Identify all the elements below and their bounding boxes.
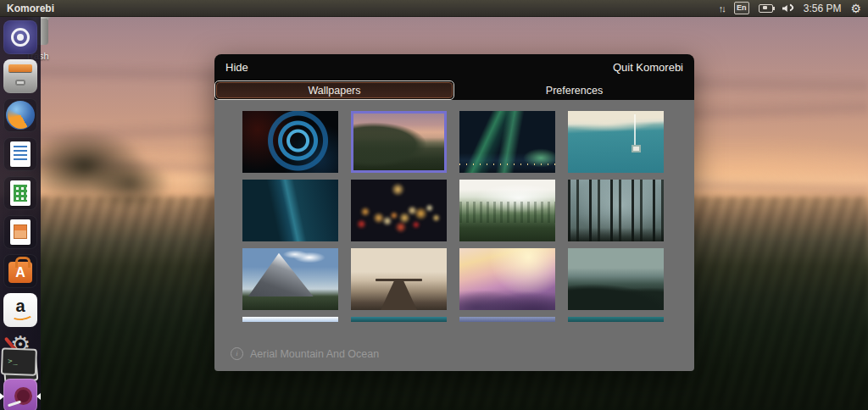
files-icon[interactable] — [3, 59, 37, 93]
quit-komorebi-button[interactable]: Quit Komorebi — [613, 61, 683, 74]
wallpaper-thumbnail-dark-teal-mountains[interactable] — [568, 248, 664, 310]
wallpaper-thumbnail-snowy-mountain[interactable] — [242, 248, 338, 310]
wallpaper-thumbnail-foggy-pine-forest[interactable] — [459, 180, 555, 241]
software-center-letter: A — [3, 265, 37, 280]
clock[interactable]: 3:56 PM — [804, 3, 842, 14]
wallpaper-thumbnail-blue-light-spiral[interactable] — [242, 111, 338, 173]
focused-indicator-arrow — [36, 393, 41, 400]
libreoffice-calc-icon[interactable] — [3, 176, 37, 210]
hide-button[interactable]: Hide — [225, 61, 248, 74]
wallpaper-thumbnail-aurora-borealis[interactable] — [459, 111, 555, 173]
tab-wallpapers-label: Wallpapers — [216, 82, 453, 98]
libreoffice-writer-icon[interactable] — [3, 137, 37, 171]
network-updown-icon[interactable]: ↑↓ — [719, 3, 725, 14]
unity-launcher: A a ⚙ >_ — [0, 16, 41, 410]
software-center-icon[interactable]: A — [3, 254, 37, 288]
tab-bar: Wallpapers Preferences — [214, 80, 694, 100]
amazon-letter: a — [3, 296, 37, 316]
wallpaper-thumbnail-partial-light-sky[interactable] — [242, 317, 338, 322]
wallpaper-grid — [242, 111, 664, 371]
wallpaper-thumbnail-sunset-forest[interactable] — [351, 111, 447, 173]
window-title: Komorebi — [7, 3, 54, 14]
terminal-prompt-glyph: >_ — [8, 356, 18, 365]
battery-icon[interactable] — [759, 4, 773, 13]
wallpaper-thumbnail-deep-blue-water[interactable] — [242, 180, 338, 241]
desktop-screen: Trash Komorebi ↑↓ En 3:56 PM ⚙ A a ⚙ >_ — [0, 0, 868, 410]
wallpaper-thumbnail-foggy-pier[interactable] — [351, 248, 447, 310]
volume-icon[interactable] — [782, 3, 794, 13]
libreoffice-impress-icon[interactable] — [3, 215, 37, 249]
info-icon: i — [231, 347, 243, 360]
dash-home-icon[interactable] — [3, 20, 37, 54]
tree-silhouette — [30, 114, 174, 208]
status-bar: i Aerial Mountain And Ocean — [231, 347, 379, 360]
wallpaper-thumbnail-aerial-ocean-pier[interactable] — [568, 111, 664, 173]
dialog-body: i Aerial Mountain And Ocean — [214, 100, 694, 371]
keyboard-layout-indicator[interactable]: En — [734, 2, 749, 14]
current-wallpaper-name: Aerial Mountain And Ocean — [250, 348, 379, 360]
session-gear-icon[interactable]: ⚙ — [850, 3, 861, 14]
wallpaper-thumbnail-partial-teal-sea[interactable] — [351, 317, 447, 322]
running-indicator-arrow — [0, 393, 4, 400]
komorebi-dialog: Hide Quit Komorebi Wallpapers Preference… — [214, 54, 694, 371]
komorebi-app-icon[interactable] — [3, 379, 37, 410]
wallpaper-thumbnail-city-bokeh-lights[interactable] — [351, 180, 447, 241]
firefox-icon[interactable] — [3, 98, 37, 132]
indicator-tray: ↑↓ En 3:56 PM ⚙ — [719, 2, 861, 14]
tab-preferences-label: Preferences — [454, 80, 694, 100]
tab-preferences[interactable]: Preferences — [454, 80, 694, 100]
dialog-header: Hide Quit Komorebi — [214, 54, 694, 80]
wallpaper-thumbnail-misty-tree-trunks[interactable] — [568, 180, 664, 241]
amazon-icon[interactable]: a — [3, 293, 37, 327]
top-panel: Komorebi ↑↓ En 3:56 PM ⚙ — [0, 0, 868, 17]
tab-wallpapers[interactable]: Wallpapers — [214, 80, 454, 100]
wallpaper-thumbnail-partial-teal-ridge[interactable] — [568, 317, 664, 322]
wallpaper-thumbnail-partial-blue-dusk[interactable] — [459, 317, 555, 322]
wallpaper-thumbnail-purple-mountain-haze[interactable] — [459, 248, 555, 310]
